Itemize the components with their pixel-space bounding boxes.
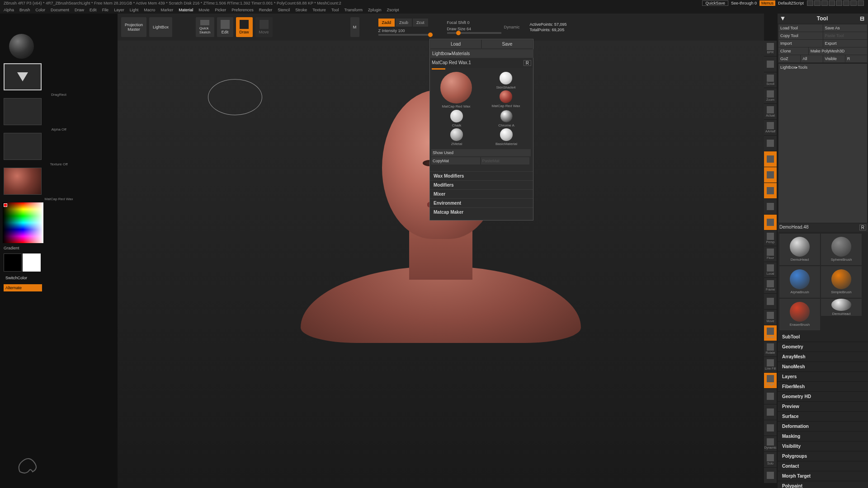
menu-zscript[interactable]: Zscript — [387, 8, 399, 12]
mat-load-button[interactable]: Load — [430, 40, 481, 48]
close-icon[interactable] — [858, 0, 864, 6]
tool-alphabrush[interactable]: AlphaBrush — [779, 266, 820, 298]
mini-move[interactable]: Move — [764, 310, 777, 325]
menu-file[interactable]: File — [102, 8, 109, 12]
accordion-deformation[interactable]: Deformation — [778, 422, 868, 432]
mat-section-environment[interactable]: Environment — [430, 198, 533, 207]
lightbox-button[interactable]: LightBox — [149, 17, 172, 37]
menu-marker[interactable]: Marker — [160, 8, 173, 12]
accordion-visibility[interactable]: Visibility — [778, 441, 868, 451]
mini-btn16[interactable] — [764, 294, 777, 309]
goz-r-button[interactable]: R — [845, 55, 867, 62]
draw-button[interactable]: Draw — [236, 17, 253, 37]
seethrough-slider[interactable]: See-through 0 — [728, 0, 760, 6]
maximize-icon[interactable] — [850, 0, 857, 6]
collapse-icon[interactable]: ⊟ — [860, 15, 864, 22]
mini-btn24[interactable] — [764, 420, 777, 436]
mat-swatch-zmetal[interactable]: ZMetal — [432, 128, 481, 146]
tool-simplebrush[interactable]: SimpleBrush — [821, 266, 862, 298]
material-name-field[interactable]: MatCap Red Wax.1 R — [430, 58, 533, 68]
tool-demohead[interactable]: DemoHead — [821, 299, 862, 316]
menu-render[interactable]: Render — [259, 8, 273, 12]
tool-r-button[interactable]: R — [859, 225, 866, 230]
material-thumb[interactable] — [4, 168, 42, 195]
mini-btn6[interactable] — [764, 136, 777, 151]
gradient-label[interactable]: Gradient — [4, 246, 116, 250]
goz-visible-button[interactable]: Visible — [823, 55, 845, 62]
mat-swatch-chrome[interactable]: Chrome A — [481, 110, 531, 127]
menu-transform[interactable]: Transform — [344, 8, 363, 12]
menu-texture[interactable]: Texture — [312, 8, 326, 12]
accordion-geometry[interactable]: Geometry — [778, 342, 868, 352]
accordion-preview[interactable]: Preview — [778, 402, 868, 412]
primary-color-swatch[interactable] — [23, 253, 41, 272]
mini-frame[interactable]: Frame — [764, 278, 777, 293]
lightbox-materials-button[interactable]: Lightbox▸Materials — [430, 49, 533, 58]
accordion-fibermesh[interactable]: FiberMesh — [778, 382, 868, 392]
edit-button[interactable]: Edit — [217, 17, 233, 37]
export-button[interactable]: Export — [823, 40, 868, 47]
showused-button[interactable]: Show Used — [431, 149, 531, 156]
dynamic-label[interactable]: Dynamic — [504, 25, 520, 29]
menu-document[interactable]: Document — [51, 8, 69, 12]
import-button[interactable]: Import — [778, 40, 823, 47]
mini-line-fill[interactable]: Line Fill — [764, 357, 777, 372]
default-zscript[interactable]: DefaultZScript — [775, 0, 807, 6]
switchcolor-button[interactable]: SwitchColor — [4, 274, 116, 282]
menu-picker[interactable]: Picker — [215, 8, 226, 12]
menu-macro[interactable]: Macro — [144, 8, 155, 12]
mini-actual[interactable]: Actual — [764, 104, 777, 119]
mat-r-button[interactable]: R — [524, 60, 531, 66]
accordion-morph-target[interactable]: Morph Target — [778, 471, 868, 481]
menu-alpha[interactable]: Alpha — [4, 8, 14, 12]
accordion-subtool[interactable]: SubTool — [778, 332, 868, 342]
stroke-dragrect[interactable] — [4, 63, 42, 90]
copymat-button[interactable]: CopyMat — [431, 157, 480, 164]
mat-swatch-basic[interactable]: BasicMaterial — [481, 128, 531, 146]
menu-tool[interactable]: Tool — [331, 8, 339, 12]
mat-section-mixer[interactable]: Mixer — [430, 189, 533, 198]
mini-persp[interactable]: Persp — [764, 230, 777, 246]
mat-section-wax-modifiers[interactable]: Wax Modifiers — [430, 171, 533, 180]
minimize-icon[interactable] — [843, 0, 849, 6]
mini-btn8[interactable] — [764, 167, 777, 183]
mini-btn7[interactable] — [764, 151, 777, 167]
projection-master-button[interactable]: Projection Master — [121, 17, 146, 37]
menu-preferences[interactable]: Preferences — [231, 8, 254, 12]
window-icon-4[interactable] — [829, 0, 835, 6]
mat-save-button[interactable]: Save — [482, 40, 533, 48]
goz-all-button[interactable]: All — [801, 55, 822, 62]
mini-btn11[interactable] — [764, 215, 777, 230]
secondary-color-swatch[interactable] — [4, 253, 22, 272]
brush-thumb[interactable] — [5, 30, 37, 62]
save-as-button[interactable]: Save As — [823, 24, 868, 32]
lightbox-tools-button[interactable]: Lightbox▸Tools — [778, 64, 867, 223]
quicksave-button[interactable]: QuickSave — [702, 0, 728, 6]
menu-light[interactable]: Light — [130, 8, 139, 12]
color-picker[interactable] — [3, 202, 43, 243]
zadd-button[interactable]: Zadd — [378, 19, 395, 27]
mini-local[interactable]: Local — [764, 262, 777, 277]
accordion-polygroups[interactable]: Polygroups — [778, 451, 868, 461]
window-icon-5[interactable] — [836, 0, 842, 6]
copy-tool-button[interactable]: Copy Tool — [778, 32, 823, 39]
goz-button[interactable]: GoZ — [778, 55, 800, 62]
tool-spherebrush[interactable]: SphereBrush — [821, 234, 862, 265]
accordion-contact[interactable]: Contact — [778, 461, 868, 471]
menus-button[interactable]: Menus — [760, 0, 775, 6]
alpha-thumb[interactable] — [4, 98, 42, 125]
zcut-button[interactable]: Zcut — [413, 19, 428, 27]
mat-section-matcap-maker[interactable]: Matcap Maker — [430, 207, 533, 216]
zsub-button[interactable]: Zsub — [396, 19, 412, 27]
paste-tool-button[interactable]: Paste Tool — [823, 32, 868, 39]
mat-swatch-skinshade[interactable]: SkinShade4 — [481, 72, 530, 89]
window-icon-3[interactable] — [821, 0, 828, 6]
menu-movie[interactable]: Movie — [198, 8, 209, 12]
accordion-surface[interactable]: Surface — [778, 412, 868, 422]
mini-btn10[interactable] — [764, 199, 777, 214]
tool-name-field[interactable]: DemoHead.48 R — [778, 223, 868, 232]
menu-draw[interactable]: Draw — [75, 8, 84, 12]
mini-btn1[interactable] — [764, 56, 777, 72]
pastemat-button[interactable]: PasteMat — [481, 157, 530, 164]
load-tool-button[interactable]: Load Tool — [778, 24, 823, 32]
